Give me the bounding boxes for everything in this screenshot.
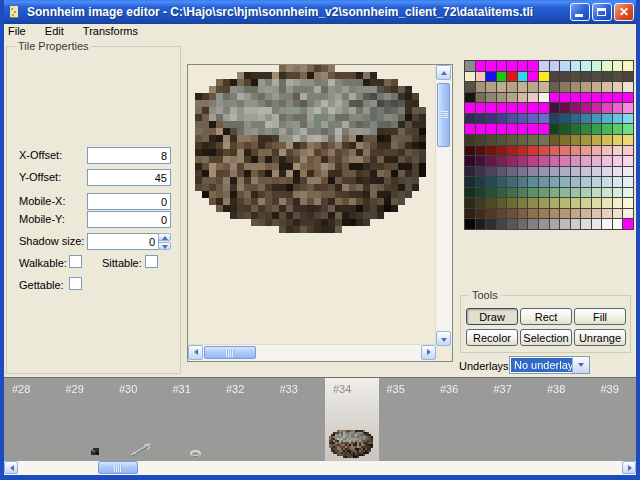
palette-swatch-r4c12[interactable] bbox=[581, 93, 591, 103]
palette-swatch-r7c5[interactable] bbox=[507, 124, 517, 134]
palette-swatch-r13c3[interactable] bbox=[486, 188, 496, 198]
palette-swatch-r13c2[interactable] bbox=[476, 188, 486, 198]
palette-swatch-r2c1[interactable] bbox=[465, 72, 475, 82]
palette-swatch-r12c8[interactable] bbox=[539, 177, 549, 187]
palette-swatch-r16c7[interactable] bbox=[528, 219, 538, 229]
palette-swatch-r11c8[interactable] bbox=[539, 167, 549, 177]
palette-swatch-r7c7[interactable] bbox=[528, 124, 538, 134]
palette-swatch-r5c2[interactable] bbox=[476, 103, 486, 113]
palette-swatch-r12c7[interactable] bbox=[528, 177, 538, 187]
palette-swatch-r5c13[interactable] bbox=[592, 103, 602, 113]
canvas-vertical-scrollbar[interactable] bbox=[435, 65, 452, 346]
palette-swatch-r15c5[interactable] bbox=[507, 209, 517, 219]
palette-swatch-r10c9[interactable] bbox=[550, 156, 560, 166]
palette-swatch-r11c14[interactable] bbox=[602, 167, 612, 177]
palette-swatch-r11c5[interactable] bbox=[507, 167, 517, 177]
palette-swatch-r9c14[interactable] bbox=[602, 146, 612, 156]
palette-swatch-r14c4[interactable] bbox=[497, 198, 507, 208]
palette-swatch-r15c12[interactable] bbox=[581, 209, 591, 219]
palette-swatch-r16c16[interactable] bbox=[623, 219, 633, 229]
palette-swatch-r9c2[interactable] bbox=[476, 146, 486, 156]
palette-swatch-r7c1[interactable] bbox=[465, 124, 475, 134]
palette-swatch-r1c12[interactable] bbox=[581, 61, 591, 71]
palette-swatch-r1c2[interactable] bbox=[476, 61, 486, 71]
palette-swatch-r12c1[interactable] bbox=[465, 177, 475, 187]
palette-swatch-r7c3[interactable] bbox=[486, 124, 496, 134]
palette-swatch-r10c1[interactable] bbox=[465, 156, 475, 166]
palette-swatch-r10c4[interactable] bbox=[497, 156, 507, 166]
palette-swatch-r14c7[interactable] bbox=[528, 198, 538, 208]
palette-swatch-r4c4[interactable] bbox=[497, 93, 507, 103]
palette-swatch-r4c13[interactable] bbox=[592, 93, 602, 103]
palette-swatch-r8c2[interactable] bbox=[476, 135, 486, 145]
y-offset-input[interactable] bbox=[87, 169, 171, 186]
horizontal-scroll-thumb[interactable] bbox=[204, 346, 256, 359]
filmstrip-scrollbar[interactable] bbox=[4, 461, 636, 475]
palette-swatch-r15c4[interactable] bbox=[497, 209, 507, 219]
palette-swatch-r1c11[interactable] bbox=[571, 61, 581, 71]
palette-swatch-r10c2[interactable] bbox=[476, 156, 486, 166]
palette-swatch-r2c7[interactable] bbox=[528, 72, 538, 82]
palette-swatch-r5c9[interactable] bbox=[550, 103, 560, 113]
palette-swatch-r13c5[interactable] bbox=[507, 188, 517, 198]
palette-swatch-r16c9[interactable] bbox=[550, 219, 560, 229]
palette-swatch-r6c7[interactable] bbox=[528, 114, 538, 124]
palette-swatch-r12c6[interactable] bbox=[518, 177, 528, 187]
palette-swatch-r14c9[interactable] bbox=[550, 198, 560, 208]
palette-swatch-r6c1[interactable] bbox=[465, 114, 475, 124]
walkable-checkbox[interactable] bbox=[69, 255, 82, 268]
palette-swatch-r7c11[interactable] bbox=[571, 124, 581, 134]
palette-swatch-r9c9[interactable] bbox=[550, 146, 560, 156]
filmstrip-tile-35[interactable]: #35 bbox=[379, 378, 433, 461]
palette-swatch-r12c14[interactable] bbox=[602, 177, 612, 187]
palette-swatch-r1c10[interactable] bbox=[560, 61, 570, 71]
palette-swatch-r14c16[interactable] bbox=[623, 198, 633, 208]
palette-swatch-r8c3[interactable] bbox=[486, 135, 496, 145]
palette-swatch-r7c6[interactable] bbox=[518, 124, 528, 134]
palette-swatch-r6c10[interactable] bbox=[560, 114, 570, 124]
palette-swatch-r1c6[interactable] bbox=[518, 61, 528, 71]
palette-swatch-r13c16[interactable] bbox=[623, 188, 633, 198]
palette-swatch-r15c3[interactable] bbox=[486, 209, 496, 219]
palette-swatch-r16c11[interactable] bbox=[571, 219, 581, 229]
palette-swatch-r5c16[interactable] bbox=[623, 103, 633, 113]
palette-swatch-r13c13[interactable] bbox=[592, 188, 602, 198]
palette-swatch-r15c9[interactable] bbox=[550, 209, 560, 219]
palette-swatch-r14c11[interactable] bbox=[571, 198, 581, 208]
palette-swatch-r6c2[interactable] bbox=[476, 114, 486, 124]
palette-swatch-r5c6[interactable] bbox=[518, 103, 528, 113]
palette-swatch-r14c8[interactable] bbox=[539, 198, 549, 208]
tile-editing-canvas[interactable] bbox=[188, 65, 437, 346]
palette-swatch-r7c14[interactable] bbox=[602, 124, 612, 134]
palette-swatch-r13c11[interactable] bbox=[571, 188, 581, 198]
palette-swatch-r3c8[interactable] bbox=[539, 82, 549, 92]
palette-swatch-r3c4[interactable] bbox=[497, 82, 507, 92]
palette-swatch-r9c10[interactable] bbox=[560, 146, 570, 156]
palette-swatch-r5c3[interactable] bbox=[486, 103, 496, 113]
palette-swatch-r8c4[interactable] bbox=[497, 135, 507, 145]
palette-swatch-r16c2[interactable] bbox=[476, 219, 486, 229]
palette-swatch-r12c16[interactable] bbox=[623, 177, 633, 187]
palette-swatch-r4c7[interactable] bbox=[528, 93, 538, 103]
palette-swatch-r4c1[interactable] bbox=[465, 93, 475, 103]
palette-swatch-r13c7[interactable] bbox=[528, 188, 538, 198]
palette-swatch-r2c3[interactable] bbox=[486, 72, 496, 82]
palette-swatch-r10c16[interactable] bbox=[623, 156, 633, 166]
palette-swatch-r3c12[interactable] bbox=[581, 82, 591, 92]
scroll-down-button[interactable] bbox=[436, 331, 451, 346]
mobile-y-input[interactable] bbox=[87, 211, 171, 228]
menu-file[interactable]: File bbox=[0, 24, 34, 39]
filmstrip-tile-39[interactable]: #39 bbox=[593, 378, 637, 461]
palette-swatch-r1c9[interactable] bbox=[550, 61, 560, 71]
palette-swatch-r6c5[interactable] bbox=[507, 114, 517, 124]
palette-swatch-r14c6[interactable] bbox=[518, 198, 528, 208]
palette-swatch-r9c8[interactable] bbox=[539, 146, 549, 156]
palette-swatch-r2c8[interactable] bbox=[539, 72, 549, 82]
strip-scroll-right-button[interactable] bbox=[622, 461, 636, 474]
spin-up-button[interactable] bbox=[158, 233, 171, 241]
palette-swatch-r6c3[interactable] bbox=[486, 114, 496, 124]
palette-swatch-r13c12[interactable] bbox=[581, 188, 591, 198]
palette-swatch-r8c5[interactable] bbox=[507, 135, 517, 145]
palette-swatch-r4c10[interactable] bbox=[560, 93, 570, 103]
draw-button[interactable]: Draw bbox=[466, 308, 518, 325]
